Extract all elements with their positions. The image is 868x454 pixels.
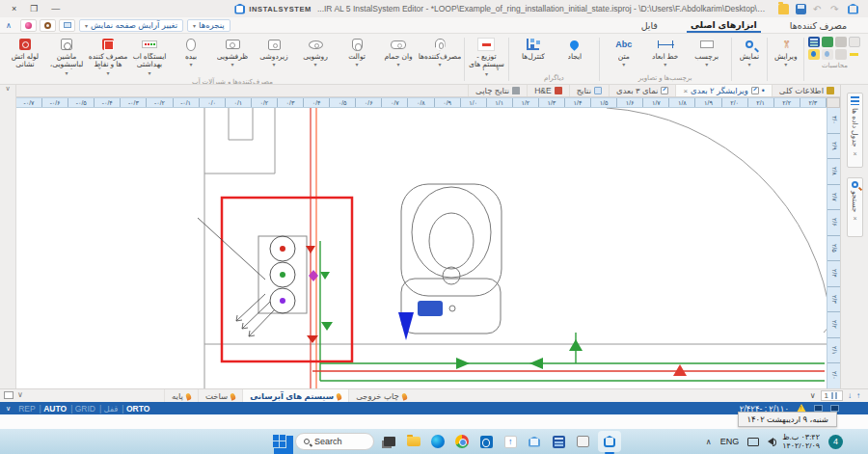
worksheet-tab[interactable]: چاپ خروجی xyxy=(348,389,414,403)
scroll-down-icon[interactable]: ↓ xyxy=(848,391,852,400)
home-icon[interactable] xyxy=(848,4,858,14)
notification-badge[interactable]: 4 xyxy=(828,435,843,449)
building-icon[interactable] xyxy=(835,37,847,47)
ribbon-fixture-button[interactable]: ایستگاه آب بهداشتی (standalone) xyxy=(129,35,170,77)
monitor-toggle-icon[interactable] xyxy=(59,19,75,32)
tab-file[interactable]: فایل xyxy=(637,19,662,32)
schedule-icon[interactable] xyxy=(822,37,833,47)
valve-green-stub[interactable] xyxy=(569,339,583,351)
view-tab[interactable]: اطلاعات کلی × xyxy=(772,85,841,96)
outlook-button[interactable] xyxy=(477,433,495,450)
ribbon-fixture-button[interactable]: لوله آتش نشانی xyxy=(5,35,45,68)
close-tab-icon[interactable]: × xyxy=(683,87,688,95)
ribbon-fixture-button[interactable]: مصرف کننده ها و نقاط مصرف آب xyxy=(88,35,128,77)
ribbon-fixture-button[interactable]: ماشین لباسشویی، ماشین ظرفشویی xyxy=(46,35,87,77)
worksheet-tab[interactable]: ساخت xyxy=(198,389,242,403)
mode-toggle[interactable]: REP xyxy=(18,404,35,414)
ribbon-fixture-button[interactable]: مصرف‌کننده‌ها xyxy=(420,35,460,68)
view-tab[interactable]: H&E × xyxy=(527,85,568,96)
calculator-icon[interactable] xyxy=(808,37,820,47)
edit-button[interactable]: ✄ ویرایش xyxy=(769,35,802,84)
ribbon-fixture-button[interactable]: زیردوشی xyxy=(254,35,294,68)
layers-icon[interactable] xyxy=(835,49,847,60)
search-box[interactable]: Search xyxy=(295,433,374,450)
view-tab[interactable]: ویرایشگر ۲ بعدی × xyxy=(675,85,771,96)
flow-arrow-green-left[interactable] xyxy=(529,358,543,369)
valve-red-return[interactable] xyxy=(673,364,687,376)
ribbon-fixture-button[interactable]: بیده xyxy=(171,35,211,68)
language-indicator[interactable]: ENG xyxy=(720,437,740,446)
edge-button[interactable] xyxy=(429,433,447,450)
valve-green-lower[interactable] xyxy=(321,322,333,331)
open-file-icon[interactable] xyxy=(778,4,789,14)
file-explorer-button[interactable] xyxy=(405,433,422,450)
minimize-window-icon[interactable]: — xyxy=(51,4,60,13)
tab-consumers[interactable]: مصرف کننده‌ها xyxy=(786,19,851,32)
tab-main-tools[interactable]: ابزارهای اصلی xyxy=(687,18,761,33)
chevron-down-icon[interactable]: ∨ xyxy=(810,391,816,400)
task-view-button[interactable] xyxy=(381,433,398,450)
toilet-fixture[interactable] xyxy=(401,184,502,334)
port-purple[interactable] xyxy=(280,298,285,304)
ribbon-fixture-button[interactable]: ظرفشویی xyxy=(212,35,253,68)
flow-arrow-green-right[interactable] xyxy=(456,358,470,369)
printer-icon[interactable] xyxy=(830,405,839,412)
mode-toggle[interactable]: قفل xyxy=(99,404,118,414)
snip-button[interactable] xyxy=(574,433,591,450)
drawing-canvas[interactable] xyxy=(16,108,827,388)
blue-valve-triangle[interactable] xyxy=(398,312,414,340)
collapse-ribbon-icon[interactable]: ∧ xyxy=(0,21,17,30)
ribbon-fixture-button[interactable]: روشویی xyxy=(295,35,336,68)
sound-icon[interactable] xyxy=(849,37,860,47)
ribbon-fixture-button[interactable]: توالت xyxy=(337,35,377,68)
undo-icon[interactable]: ↶ xyxy=(813,4,824,14)
clock[interactable]: ۰۳:۴۲ ب.ظ ۱۴۰۲/۰۲/۰۹ xyxy=(782,433,820,450)
mode-toggle[interactable]: GRID xyxy=(70,404,95,414)
share-app-button[interactable] xyxy=(502,433,519,450)
scroll-up-icon[interactable]: ↑ xyxy=(856,391,860,400)
highlight-icon[interactable] xyxy=(849,49,860,60)
close-panel-icon[interactable]: × xyxy=(853,215,856,222)
view-toggle-icon[interactable] xyxy=(20,19,37,32)
port-red[interactable] xyxy=(280,246,285,252)
panel-tab-data-table[interactable]: جدول داده ها × xyxy=(847,93,863,168)
start-button[interactable] xyxy=(271,433,288,450)
hidden-icons-chevron[interactable]: ∧ xyxy=(706,438,712,446)
water-drop-icon[interactable] xyxy=(822,49,833,60)
instalsystem-app-button-active[interactable] xyxy=(598,431,621,452)
save-icon[interactable] xyxy=(796,4,806,14)
chart-toggle-icon[interactable] xyxy=(40,19,56,32)
controls-button[interactable]: کنترل‌ها xyxy=(513,35,554,61)
restore-window-icon[interactable]: ❐ xyxy=(30,4,38,13)
create-button[interactable]: ایجاد xyxy=(555,35,595,61)
cistern-blue-box[interactable] xyxy=(418,301,443,316)
worksheet-tab[interactable]: پایه xyxy=(164,389,198,403)
valve-green-mid[interactable] xyxy=(320,272,330,280)
network-display-icon[interactable] xyxy=(747,438,759,446)
port-green[interactable] xyxy=(280,272,285,278)
calculator-button[interactable] xyxy=(550,433,567,450)
redo-icon[interactable]: ↷ xyxy=(830,4,841,14)
label-button[interactable]: برچسب xyxy=(687,35,727,68)
mode-toggle[interactable]: AUTO xyxy=(40,404,68,414)
mode-toggle[interactable]: ORTO xyxy=(122,404,149,414)
panel-tab-search[interactable]: جستجو × xyxy=(847,177,863,237)
close-panel-icon[interactable]: × xyxy=(853,150,856,157)
water-drop-active-icon[interactable] xyxy=(808,49,820,60)
highlight-rectangle[interactable] xyxy=(222,198,352,361)
page-number-box[interactable]: 1 xyxy=(821,390,843,401)
windows-menu-button[interactable]: پنجره‌ها xyxy=(187,19,231,32)
left-panel-strip[interactable]: ∨ xyxy=(0,85,16,402)
close-window-icon[interactable]: × xyxy=(12,4,16,13)
chevron-down-icon[interactable]: ∨ xyxy=(6,405,11,413)
worksheet-tab[interactable]: سیستم های آبرسانی xyxy=(242,389,348,403)
view-tab[interactable]: نمای ۳ بعدی × xyxy=(609,85,675,96)
chrome-button[interactable] xyxy=(453,433,471,450)
view-button[interactable]: نمایش xyxy=(733,35,767,84)
speaker-icon[interactable] xyxy=(768,438,773,445)
text-button[interactable]: Abc متن xyxy=(604,35,644,68)
keyboard-icon[interactable] xyxy=(814,405,823,412)
layout-menu-button[interactable]: تغییر آرایش صفحه نمایش xyxy=(79,19,183,32)
distribution-button[interactable]: توزیع - سیستم های آبرسانی xyxy=(466,35,507,84)
instal-home-button[interactable] xyxy=(526,433,543,450)
